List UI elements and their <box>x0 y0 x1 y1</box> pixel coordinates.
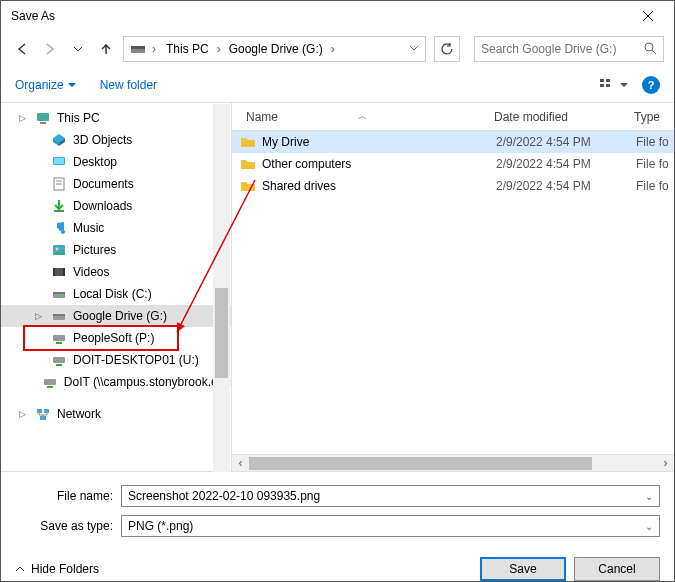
tree-item-label: Local Disk (C:) <box>73 287 152 301</box>
chevron-down-icon <box>73 44 83 54</box>
sidebar-scrollbar[interactable] <box>213 104 230 472</box>
chevron-down-icon <box>409 43 419 53</box>
tree-item[interactable]: DoIT (\\campus.stonybrook.edu <box>1 371 231 393</box>
search-box[interactable] <box>474 36 664 62</box>
breadcrumb-item[interactable]: This PC <box>162 40 213 58</box>
tree-item[interactable]: Desktop <box>1 151 231 173</box>
save-button[interactable]: Save <box>480 557 566 581</box>
netdrive-icon <box>51 330 67 346</box>
folder-icon <box>240 156 256 172</box>
svg-point-2 <box>645 43 653 51</box>
svg-rect-18 <box>53 268 55 276</box>
tree-item[interactable]: ▷Network <box>1 403 231 425</box>
expand-icon[interactable]: ▷ <box>19 113 29 123</box>
file-row[interactable]: Other computers2/9/2022 4:54 PMFile fo <box>232 153 674 175</box>
breadcrumb-item[interactable]: Google Drive (G:) <box>225 40 327 58</box>
tree-item[interactable]: DOIT-DESKTOP01 (U:) <box>1 349 231 371</box>
up-button[interactable] <box>95 38 117 60</box>
svg-rect-8 <box>40 122 46 124</box>
file-type: File fo <box>636 179 674 193</box>
file-date: 2/9/2022 4:54 PM <box>496 179 636 193</box>
netdrive-icon <box>51 352 67 368</box>
back-button[interactable] <box>11 38 33 60</box>
forward-button[interactable] <box>39 38 61 60</box>
tree-item-label: Downloads <box>73 199 132 213</box>
column-name-header[interactable]: Name︿ <box>246 110 494 124</box>
desktop-icon <box>51 154 67 170</box>
scroll-right-button[interactable]: › <box>657 455 674 472</box>
close-button[interactable] <box>626 1 670 31</box>
tree-item[interactable]: Pictures <box>1 239 231 261</box>
file-rows[interactable]: My Drive2/9/2022 4:54 PMFile foOther com… <box>232 131 674 454</box>
file-row[interactable]: Shared drives2/9/2022 4:54 PMFile fo <box>232 175 674 197</box>
sort-indicator-icon: ︿ <box>358 110 367 123</box>
gdrive-icon <box>51 308 67 324</box>
help-button[interactable]: ? <box>642 76 660 94</box>
pictures-icon <box>51 242 67 258</box>
address-bar[interactable]: › This PC › Google Drive (G:) › <box>123 36 426 62</box>
netdrive-icon <box>42 374 58 390</box>
recent-dropdown[interactable] <box>67 38 89 60</box>
disk-icon <box>51 286 67 302</box>
pc-icon <box>35 110 51 126</box>
cancel-button[interactable]: Cancel <box>574 557 660 581</box>
chevron-down-icon[interactable]: ⌄ <box>645 521 653 532</box>
arrow-left-icon <box>15 42 29 56</box>
tree-item[interactable]: 3D Objects <box>1 129 231 151</box>
new-folder-button[interactable]: New folder <box>100 78 157 92</box>
chevron-down-icon <box>68 81 76 89</box>
filetype-dropdown[interactable]: PNG (*.png)⌄ <box>121 515 660 537</box>
chevron-down-icon[interactable]: ⌄ <box>645 491 653 502</box>
videos-icon <box>51 264 67 280</box>
svg-rect-3 <box>600 79 604 82</box>
navigation-pane[interactable]: ▷This PC3D ObjectsDesktopDocumentsDownlo… <box>1 103 231 471</box>
svg-rect-5 <box>600 84 604 87</box>
address-dropdown[interactable] <box>409 42 419 56</box>
music-icon <box>51 220 67 236</box>
hide-folders-toggle[interactable]: Hide Folders <box>15 562 99 576</box>
file-name: Other computers <box>262 157 496 171</box>
tree-item[interactable]: Documents <box>1 173 231 195</box>
svg-rect-7 <box>37 113 49 121</box>
tree-item[interactable]: Downloads <box>1 195 231 217</box>
search-input[interactable] <box>481 42 643 56</box>
view-options-button[interactable] <box>596 76 632 94</box>
tree-item-label: 3D Objects <box>73 133 132 147</box>
horizontal-scrollbar[interactable]: ‹ › <box>232 454 674 471</box>
tree-item[interactable]: ▷Google Drive (G:) <box>1 305 231 327</box>
tree-item[interactable]: ▷This PC <box>1 107 231 129</box>
chevron-right-icon: › <box>329 42 337 56</box>
nav-toolbar: › This PC › Google Drive (G:) › <box>1 31 674 67</box>
tree-item[interactable]: Local Disk (C:) <box>1 283 231 305</box>
tree-item-label: DOIT-DESKTOP01 (U:) <box>73 353 199 367</box>
expand-icon[interactable]: ▷ <box>19 409 29 419</box>
tree-item-label: PeopleSoft (P:) <box>73 331 154 345</box>
tree-item[interactable]: Music <box>1 217 231 239</box>
scroll-left-button[interactable]: ‹ <box>232 455 249 472</box>
titlebar: Save As <box>1 1 674 31</box>
file-name: Shared drives <box>262 179 496 193</box>
svg-rect-26 <box>53 357 65 363</box>
tree-item-label: Desktop <box>73 155 117 169</box>
scrollbar-track[interactable] <box>249 455 657 472</box>
column-type-header[interactable]: Type <box>634 110 674 124</box>
organize-menu[interactable]: Organize <box>15 78 76 92</box>
tree-item[interactable]: Videos <box>1 261 231 283</box>
filename-label: File name: <box>15 489 121 503</box>
tree-item-label: Music <box>73 221 104 235</box>
filetype-label: Save as type: <box>15 519 121 533</box>
arrow-right-icon <box>43 42 57 56</box>
scrollbar-thumb[interactable] <box>215 288 228 378</box>
tree-item[interactable]: PeopleSoft (P:) <box>1 327 231 349</box>
close-icon <box>643 11 653 21</box>
scrollbar-thumb[interactable] <box>249 457 592 470</box>
refresh-button[interactable] <box>434 36 460 62</box>
column-date-header[interactable]: Date modified <box>494 110 634 124</box>
tree-item-label: DoIT (\\campus.stonybrook.edu <box>64 375 231 389</box>
file-row[interactable]: My Drive2/9/2022 4:54 PMFile fo <box>232 131 674 153</box>
downloads-icon <box>51 198 67 214</box>
filename-input[interactable]: Screenshot 2022-02-10 093935.png⌄ <box>121 485 660 507</box>
3d-icon <box>51 132 67 148</box>
svg-rect-27 <box>44 379 56 385</box>
expand-icon[interactable]: ▷ <box>35 311 45 321</box>
